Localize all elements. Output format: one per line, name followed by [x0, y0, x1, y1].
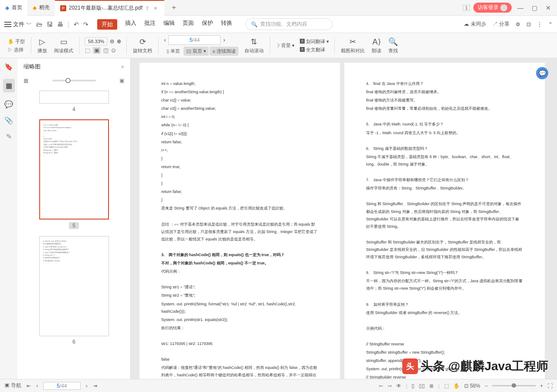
menu-tab-convert[interactable]: 转换: [221, 19, 232, 30]
chevron-down-icon: ﹀: [26, 20, 32, 28]
page-input[interactable]: 5/44: [168, 35, 221, 45]
tab-docer[interactable]: ◆ 稻壳: [27, 0, 55, 16]
tab-close-icon[interactable]: ×: [152, 5, 159, 12]
thumb-num-5: 5: [69, 222, 79, 229]
view-single-icon[interactable]: ▯: [411, 383, 414, 389]
file-menu[interactable]: 文件 ﹀: [4, 20, 32, 28]
thumb-large-icon[interactable]: ▣: [119, 78, 124, 84]
tab-active-document[interactable]: P 2021年最新版-...案总结汇总.pdf ⇪ ×: [55, 0, 164, 16]
last-page-icon[interactable]: ⇥: [93, 383, 97, 389]
thumb-num-6: 6: [72, 339, 75, 345]
search-input[interactable]: 🔍 查找功能、文档内容: [245, 18, 333, 30]
thumbnail-item-4[interactable]: 4: [17, 91, 130, 112]
fit-width-icon[interactable]: ⬚: [85, 47, 90, 54]
full-translate-button[interactable]: 🅰 全文翻译: [300, 47, 329, 53]
maximize-button[interactable]: ▢: [529, 4, 540, 11]
minimize-button[interactable]: —: [515, 4, 526, 11]
thumbnail-icon[interactable]: ▦: [3, 79, 15, 92]
word-translate-button[interactable]: 🅰 划词翻译 ▾: [300, 38, 329, 45]
menubar: 文件 ﹀ 🗁 🖫 🖶 | ↶ ↷ 开始 插入 批注 编辑 页面 保护 转换 🔍 …: [0, 16, 557, 33]
print-icon[interactable]: 🖶: [57, 21, 63, 28]
select-tool[interactable]: ▷ 选择: [8, 47, 25, 53]
status-page-input[interactable]: 5/44: [43, 382, 80, 390]
first-page-icon[interactable]: ⇤: [27, 383, 31, 389]
chat-floating-icon[interactable]: 💬: [536, 67, 548, 79]
continuous-button[interactable]: ≡ 连续阅读: [210, 47, 238, 56]
share-button[interactable]: ↗ 分享: [492, 20, 509, 28]
more-icon[interactable]: ⋮: [537, 21, 542, 27]
tab-share-icon[interactable]: ⇪: [145, 5, 149, 11]
next-page-status-icon[interactable]: ›: [86, 383, 88, 389]
forward-icon[interactable]: ⇾: [387, 383, 392, 389]
thumbnail-size-slider[interactable]: [52, 80, 96, 81]
feedback-icon[interactable]: ⊡: [526, 21, 531, 27]
login-button[interactable]: 访客登录: [473, 3, 512, 13]
double-page-button[interactable]: ▯▯ 双页 ▾: [183, 47, 209, 56]
file-label: 文件: [13, 20, 24, 28]
search-icon: 🔍: [251, 21, 258, 27]
avatar-icon: [500, 4, 507, 11]
thumbnail-item-5[interactable]: int n = value.length;if (n == anotherStr…: [17, 119, 130, 229]
prev-page-status-icon[interactable]: ‹: [36, 383, 38, 389]
back-icon[interactable]: ⇽: [379, 383, 383, 389]
close-button[interactable]: ✕: [543, 4, 554, 11]
view-continuous-icon[interactable]: ≣: [429, 383, 434, 389]
rotate-button[interactable]: ⟳旋转文档: [129, 37, 156, 54]
thumb-grid-icon[interactable]: ▦: [24, 78, 28, 84]
menu-tab-edit[interactable]: 编辑: [163, 19, 175, 30]
actual-size-icon[interactable]: ◫: [103, 47, 109, 54]
hand-status-icon[interactable]: ✋: [453, 383, 460, 389]
comment-icon[interactable]: 💬: [4, 100, 13, 108]
play-button[interactable]: ▷播放: [34, 37, 51, 54]
menu-tab-start[interactable]: 开始: [97, 19, 117, 30]
document-viewer[interactable]: 💬 int n = value.length;if (n == anotherS…: [131, 58, 557, 379]
save-icon[interactable]: 🖫: [47, 21, 53, 28]
thumbnail-list[interactable]: 4 int n = value.length;if (n == anotherS…: [17, 86, 130, 379]
thumbnail-close-icon[interactable]: ×: [121, 64, 124, 70]
zoom-value[interactable]: 58.33%: [85, 37, 107, 45]
fullscreen-icon[interactable]: ⛶: [547, 383, 553, 389]
pdf-icon: P: [60, 5, 66, 11]
menu-tab-insert[interactable]: 插入: [125, 19, 136, 30]
menu-tab-page[interactable]: 页面: [183, 19, 194, 30]
nav-toggle[interactable]: ▣ 导航: [4, 382, 21, 389]
menu-tab-annotate[interactable]: 批注: [144, 19, 156, 30]
login-label: 访客登录: [478, 4, 499, 11]
single-page-button[interactable]: ▯ 单页: [164, 47, 183, 56]
zoom-slider[interactable]: [492, 385, 536, 386]
eye-icon[interactable]: 👁: [396, 383, 401, 389]
prev-page-icon[interactable]: ‹: [164, 37, 166, 43]
tab-home-label: 首页: [12, 4, 22, 11]
bookmark-icon[interactable]: 🔖: [4, 63, 13, 71]
tab-home[interactable]: ◆ 首页: [0, 0, 27, 16]
fit-icon[interactable]: ⬚: [444, 383, 449, 389]
read-mode-button[interactable]: ▭阅读模式: [51, 37, 77, 54]
screenshot-button[interactable]: ✂截图和对比: [337, 37, 368, 54]
zoom-out-status[interactable]: −: [485, 383, 488, 389]
window-count-badge[interactable]: 1: [463, 5, 470, 11]
tab-add-button[interactable]: ＋: [164, 3, 183, 12]
main-area: 🔖 ▦ 💬 📎 ✎ 缩略图 × ▦ ▣ 4 int n = value.leng…: [0, 58, 557, 379]
settings-icon[interactable]: ⚙: [516, 21, 520, 27]
view-double-icon[interactable]: ▯▯: [419, 383, 425, 389]
open-icon[interactable]: 🗁: [36, 21, 42, 28]
next-page-icon[interactable]: ›: [223, 37, 225, 43]
zoom-in-icon[interactable]: ⊕: [117, 38, 121, 44]
zoom-in-status[interactable]: +: [540, 383, 543, 389]
undo-icon[interactable]: ↶: [74, 21, 79, 28]
redo-icon[interactable]: ↷: [83, 21, 88, 28]
zoom-dropdown-icon[interactable]: ⊙: [111, 47, 116, 54]
unsync-button[interactable]: ☁ 未同步: [464, 20, 486, 28]
autoscroll-button[interactable]: ⇅自动滚动: [241, 37, 267, 54]
thumbnail-item-6[interactable]: 4. final 在 Java 中有什么作用？final 修饰的类叫最终类...…: [17, 236, 130, 345]
fit-page-icon[interactable]: ▣: [93, 47, 101, 54]
signature-icon[interactable]: ✎: [6, 132, 12, 141]
attachment-icon[interactable]: 📎: [4, 116, 13, 125]
read-aloud-button[interactable]: A⟩朗读: [368, 37, 385, 54]
find-button[interactable]: 🔍查找: [385, 37, 401, 54]
menu-tab-protect[interactable]: 保护: [202, 19, 213, 30]
background-button[interactable]: ☽ 背景 ▾: [275, 42, 295, 49]
zoom-out-icon[interactable]: ⊖: [110, 38, 114, 44]
hand-tool[interactable]: ✋ 手型: [8, 38, 25, 45]
expand-icon[interactable]: ⌃: [548, 21, 553, 27]
